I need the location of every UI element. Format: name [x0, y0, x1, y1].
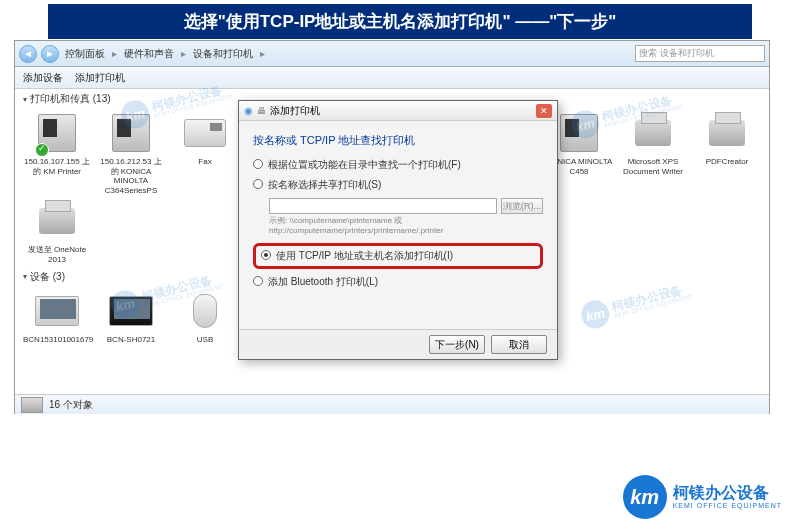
next-button[interactable]: 下一步(N): [429, 335, 485, 354]
search-input[interactable]: 搜索 设备和打印机: [635, 45, 765, 62]
dialog-heading: 按名称或 TCP/IP 地址查找打印机: [253, 133, 543, 148]
printer-item[interactable]: Microsoft XPS Document Writer: [619, 111, 687, 195]
status-bar: 16 个对象: [15, 394, 769, 414]
printer-icon: [21, 397, 43, 413]
crumb-0[interactable]: 控制面板: [63, 47, 107, 61]
tcpip-highlight: 使用 TCP/IP 地址或主机名添加打印机(I): [253, 243, 543, 269]
crumb-2[interactable]: 设备和打印机: [191, 47, 255, 61]
crumb-1[interactable]: 硬件和声音: [122, 47, 176, 61]
toolbar: 添加设备 添加打印机: [15, 67, 769, 89]
shared-name-input[interactable]: [269, 198, 497, 214]
back-icon[interactable]: ◉: [244, 105, 253, 116]
device-item[interactable]: BCN153101001679: [23, 289, 91, 345]
close-icon[interactable]: ✕: [536, 104, 552, 118]
example-hint: 示例: \\computername\printername 或http://c…: [269, 216, 543, 237]
forward-button[interactable]: ►: [41, 45, 59, 63]
option-bluetooth[interactable]: 添加 Bluetooth 打印机(L): [253, 275, 543, 289]
printer-item[interactable]: Fax: [171, 111, 239, 195]
add-printer-button[interactable]: 添加打印机: [75, 71, 125, 85]
back-button[interactable]: ◄: [19, 45, 37, 63]
option-tcpip[interactable]: 使用 TCP/IP 地址或主机名添加打印机(I): [261, 249, 535, 263]
printer-item[interactable]: PDFCreator: [693, 111, 761, 195]
dialog-title: 添加打印机: [270, 104, 320, 118]
window-header: ◄ ► 控制面板▸ 硬件和声音▸ 设备和打印机▸ 搜索 设备和打印机: [15, 41, 769, 67]
device-item[interactable]: USB: [171, 289, 239, 345]
slide-title: 选择"使用TCP-IP地址或主机名添加打印机" ——"下一步": [48, 4, 752, 39]
add-device-button[interactable]: 添加设备: [23, 71, 63, 85]
footer-brand: km 柯镁办公设备KEMI OFFICE EQUIPMENT: [623, 475, 782, 519]
brand-logo-icon: km: [623, 475, 667, 519]
printer-item[interactable]: 发送至 OneNote 2013: [23, 199, 91, 264]
add-printer-dialog: ◉ 🖶 添加打印机 ✕ 按名称或 TCP/IP 地址查找打印机 根据位置或功能在…: [238, 100, 558, 360]
printer-item[interactable]: 150.16.107.155 上的 KM Printer: [23, 111, 91, 195]
browse-button[interactable]: 浏览(R)...: [501, 198, 543, 214]
option-shared[interactable]: 按名称选择共享打印机(S): [253, 178, 543, 192]
printer-item[interactable]: 150.16.212.53 上的 KONICA MINOLTA C364Seri…: [97, 111, 165, 195]
status-text: 16 个对象: [49, 398, 93, 412]
cancel-button[interactable]: 取消: [491, 335, 547, 354]
default-badge-icon: [35, 143, 49, 157]
option-directory[interactable]: 根据位置或功能在目录中查找一个打印机(F): [253, 158, 543, 172]
device-item[interactable]: BCN-SH0721: [97, 289, 165, 345]
breadcrumb[interactable]: 控制面板▸ 硬件和声音▸ 设备和打印机▸: [63, 47, 631, 61]
dialog-titlebar: ◉ 🖶 添加打印机 ✕: [239, 101, 557, 121]
